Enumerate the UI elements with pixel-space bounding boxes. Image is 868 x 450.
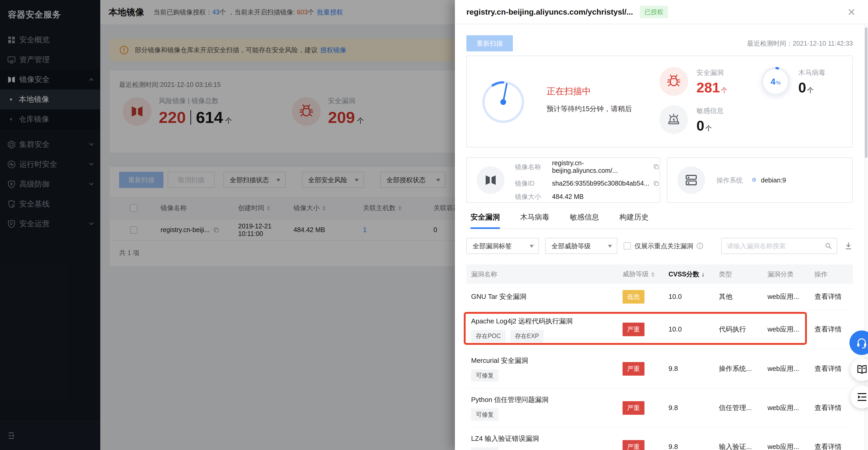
threat-level-filter[interactable]: 全部威胁等级	[545, 238, 617, 254]
image-info-row: 镜像名称registry.cn-beijing.aliyuncs.com/...…	[466, 157, 853, 203]
scan-status-box: 正在扫描中 预计等待约15分钟，请稍后 安全漏洞 281个 4% 木马病毒 0个	[466, 56, 853, 148]
column-header-vuln-name: 漏洞名称	[466, 270, 623, 279]
panel-rescan-button[interactable]: 重新扫描	[466, 35, 513, 52]
vuln-type: 代码执行	[719, 325, 768, 334]
vuln-row-highlighted[interactable]: Apache Log4j2 远程代码执行漏洞 存在POC 存在EXP 严重 10…	[466, 310, 853, 349]
view-details-link[interactable]: 查看详情	[814, 404, 842, 412]
vuln-name: Apache Log4j2 远程代码执行漏洞	[471, 317, 623, 326]
metric-value: 0	[798, 79, 806, 95]
image-size-value: 484.42 MB	[552, 193, 584, 200]
vuln-category: web应用...	[768, 325, 814, 334]
vuln-table-header: 漏洞名称 威胁等级 CVSS分数↓ 类型 漏洞分类 操作	[466, 264, 853, 284]
view-details-link[interactable]: 查看详情	[814, 293, 842, 300]
scan-progress-gauge	[482, 81, 524, 123]
image-name-value: registry.cn-beijing.aliyuncs.com/...	[552, 159, 649, 174]
column-header-threat-level[interactable]: 威胁等级	[623, 270, 669, 279]
column-header-action: 操作	[814, 270, 853, 279]
tab-vulnerabilities[interactable]: 安全漏洞	[470, 212, 500, 228]
vuln-tag-poc: 存在POC	[471, 330, 505, 342]
tab-build-history[interactable]: 构建历史	[619, 212, 649, 228]
severity-badge: 严重	[623, 362, 645, 376]
vuln-row[interactable]: Python 信任管理问题漏洞 可修复 严重 9.8 信任管理... web应用…	[466, 389, 853, 427]
os-info-box: 操作系统 debian:9	[667, 157, 853, 203]
search-icon[interactable]	[824, 242, 833, 250]
image-id-value: sha256:9355b995c3080b4ab54...	[552, 180, 649, 187]
vuln-row[interactable]: LZ4 输入验证错误漏洞 可修复 严重 9.8 输入验证... web应用...…	[466, 427, 853, 450]
column-header-type: 类型	[719, 270, 768, 279]
caret-down-icon	[530, 245, 534, 250]
vuln-tag-exp: 存在EXP	[510, 330, 544, 342]
tab-trojans[interactable]: 木马病毒	[520, 212, 550, 228]
image-info-box: 镜像名称registry.cn-beijing.aliyuncs.com/...…	[466, 157, 660, 203]
panel-last-scan: 最近检测时间：2021-12-10 11:42:33	[747, 39, 853, 48]
vuln-tag-fixable: 可修复	[471, 447, 498, 450]
metric-unit: 个	[705, 125, 712, 132]
severity-badge: 低危	[623, 290, 645, 303]
scan-progress-percent: 4	[771, 76, 776, 87]
panel-scrollbar-thumb[interactable]	[865, 27, 867, 158]
column-header-category: 漏洞分类	[768, 270, 814, 279]
vuln-search-input[interactable]	[727, 242, 824, 250]
view-details-link[interactable]: 查看详情	[814, 325, 842, 333]
view-details-link[interactable]: 查看详情	[814, 443, 842, 450]
cvss-score: 9.8	[669, 365, 719, 373]
image-registry-icon	[484, 173, 498, 187]
field-label: 操作系统	[717, 176, 743, 185]
vuln-category: web应用...	[768, 292, 814, 301]
trojan-progress-ring: 4%	[761, 67, 790, 96]
metric-unit: 个	[807, 87, 814, 94]
severity-badge: 严重	[623, 401, 645, 415]
copy-icon[interactable]	[653, 180, 660, 187]
gauge-pivot	[500, 99, 506, 105]
alarm-icon-wrap	[659, 105, 688, 134]
vuln-search-box	[721, 238, 837, 254]
metric-unit: 个	[721, 87, 727, 94]
vuln-name: LZ4 输入验证错误漏洞	[471, 434, 623, 443]
info-icon[interactable]	[696, 242, 704, 250]
download-icon[interactable]	[844, 242, 853, 250]
vuln-tag-fixable: 可修复	[471, 369, 498, 382]
checkbox-label: 仅展示重点关注漏洞	[634, 242, 693, 250]
filter-value: 全部威胁等级	[552, 242, 591, 250]
metric-value: 281	[696, 79, 720, 95]
bug-icon	[666, 74, 681, 89]
vuln-category: web应用...	[768, 442, 814, 450]
vuln-row[interactable]: Mercurial 安全漏洞 可修复 严重 9.8 操作系统... web应用.…	[466, 349, 853, 389]
vuln-tag-filter[interactable]: 全部漏洞标签	[466, 238, 539, 254]
vuln-type: 其他	[719, 292, 768, 301]
scan-status-text: 正在扫描中	[547, 85, 632, 97]
book-icon	[856, 363, 868, 376]
metric-value: 0	[696, 118, 704, 133]
image-registry-icon-wrap	[477, 166, 504, 194]
filter-value: 全部漏洞标签	[473, 242, 512, 250]
close-icon[interactable]	[846, 7, 857, 17]
cvss-score: 10.0	[669, 325, 719, 333]
vuln-category: web应用...	[768, 403, 814, 412]
cvss-score: 10.0	[669, 293, 719, 301]
vuln-row[interactable]: GNU Tar 安全漏洞 低危 10.0 其他 web应用... 查看详情	[466, 284, 853, 310]
tab-sensitive-info[interactable]: 敏感信息	[570, 212, 599, 228]
alarm-icon	[666, 112, 681, 127]
sort-icon	[651, 270, 654, 279]
focus-only-checkbox[interactable]	[624, 242, 631, 250]
os-value: debian:9	[761, 176, 786, 184]
column-header-cvss[interactable]: CVSS分数↓	[669, 270, 719, 279]
field-label: 镜像ID	[515, 179, 552, 188]
vuln-type: 操作系统...	[719, 364, 768, 373]
metric-sensitive-info: 敏感信息 0个	[659, 105, 723, 134]
cvss-score: 9.8	[669, 404, 719, 412]
os-icon-wrap	[677, 166, 705, 194]
view-details-link[interactable]: 查看详情	[814, 365, 842, 373]
feedback-icon	[856, 391, 868, 403]
panel-tabs: 安全漏洞 木马病毒 敏感信息 构建历史	[466, 212, 853, 229]
metric-label: 木马病毒	[798, 68, 826, 77]
vuln-name: Python 信任管理问题漏洞	[471, 395, 623, 404]
panel-toolbar: 重新扫描 最近检测时间：2021-12-10 11:42:33	[466, 35, 853, 52]
server-icon	[684, 173, 698, 187]
vuln-category: web应用...	[768, 364, 814, 373]
vuln-name: GNU Tar 安全漏洞	[471, 292, 623, 301]
bug-icon-wrap	[659, 67, 688, 96]
copy-icon[interactable]	[653, 163, 660, 170]
severity-badge: 严重	[623, 440, 645, 450]
headset-icon	[856, 336, 868, 349]
